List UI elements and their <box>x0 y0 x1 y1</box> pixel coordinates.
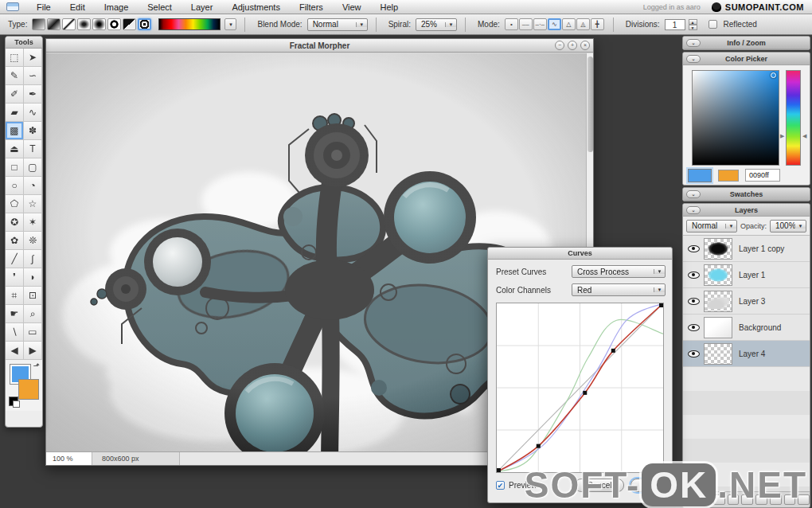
layer-visibility-toggle[interactable] <box>683 245 704 252</box>
swap-colors-icon[interactable]: ⬏ <box>33 361 40 370</box>
layer-row[interactable]: Layer 1 <box>683 262 810 288</box>
layer-row[interactable]: Layer 1 copy <box>683 236 810 262</box>
star-shape-tool[interactable]: ☆ <box>24 195 42 213</box>
picker-background-swatch[interactable] <box>718 170 739 182</box>
preview-checkbox[interactable]: ✔ <box>496 481 505 490</box>
snowflake-shape-tool[interactable]: ❊ <box>24 232 42 250</box>
swatches-header[interactable]: ⌄ Swatches <box>683 188 810 201</box>
panel-toggle-icon[interactable]: ⌄ <box>686 190 701 198</box>
curve-control-point[interactable] <box>497 468 501 472</box>
rectangle-shape-tool[interactable]: □ <box>6 158 24 177</box>
stamp-tool[interactable]: ⏏ <box>6 140 24 158</box>
blend-mode-select[interactable]: Normal ▼ <box>307 18 368 31</box>
menu-view[interactable]: View <box>333 0 371 14</box>
menu-edit[interactable]: Edit <box>61 0 95 14</box>
chalk-tool[interactable]: ▰ <box>6 104 24 122</box>
gradient-preview-strip[interactable] <box>158 18 221 30</box>
circle-gradient-type[interactable] <box>107 18 121 30</box>
mode-triangle-dot[interactable]: ◬ <box>576 18 590 30</box>
color-picker-header[interactable]: ⌄ Color Picker <box>683 53 810 65</box>
linear-gradient-type[interactable] <box>32 18 45 30</box>
spiral-gradient-type[interactable] <box>138 18 151 30</box>
brush-tool[interactable]: ✐ <box>6 85 24 104</box>
text-tool[interactable]: T <box>24 140 42 158</box>
maximize-button[interactable]: + <box>568 41 577 50</box>
ink-brush-tool[interactable]: ✒ <box>24 85 42 104</box>
rounded-rectangle-shape-tool[interactable]: ▢ <box>24 158 42 177</box>
transform-tool[interactable]: ⊡ <box>24 287 42 305</box>
info-zoom-header[interactable]: ⌄ Info / Zoom <box>683 37 810 49</box>
blur-tool[interactable]: ❜ <box>6 268 24 287</box>
panel-toggle-icon[interactable]: ⌄ <box>686 55 701 63</box>
mode-triangle[interactable]: △ <box>562 18 576 30</box>
layer-blend-mode-select[interactable]: Normal ▼ <box>686 220 737 233</box>
crop-tool[interactable]: ⌗ <box>6 287 24 305</box>
curve-tool[interactable]: ∫ <box>24 250 42 268</box>
minimize-button[interactable]: − <box>555 41 564 50</box>
pencil-tool[interactable]: ✎ <box>6 67 24 85</box>
eraser-tool[interactable]: ▭ <box>24 323 42 342</box>
zoom-tool[interactable]: ⌕ <box>24 305 42 323</box>
default-colors-icon[interactable] <box>9 397 18 406</box>
hex-color-input[interactable]: 0090ff <box>745 169 780 182</box>
canvas-titlebar[interactable]: Fractal Morpher − + × <box>46 39 593 53</box>
mode-dash[interactable]: –– <box>519 18 533 30</box>
clone-tool[interactable]: ✽ <box>24 122 42 140</box>
move-tool[interactable]: ➤ <box>24 49 42 67</box>
reflected-gradient-type[interactable] <box>47 18 61 30</box>
mode-zigzag[interactable]: ∿ <box>548 18 561 30</box>
hue-slider-left-icon[interactable]: ▶ <box>780 133 784 139</box>
background-color-swatch[interactable] <box>18 379 39 400</box>
layer-row[interactable]: Background <box>683 315 810 341</box>
layer-visibility-toggle[interactable] <box>683 272 704 279</box>
divisions-stepper[interactable]: ▲ ▼ <box>689 19 697 30</box>
menu-filters[interactable]: Filters <box>290 0 333 14</box>
saturation-brightness-field[interactable] <box>692 70 779 166</box>
layer-visibility-toggle[interactable] <box>683 298 704 305</box>
menu-select[interactable]: Select <box>138 0 182 14</box>
line-tool[interactable]: ╱ <box>6 250 24 268</box>
scrollbar-thumb[interactable] <box>588 57 593 152</box>
zoom-level[interactable]: 100 % <box>46 452 92 465</box>
gradient-tool[interactable]: ▩ <box>6 122 24 140</box>
preset-curves-select[interactable]: Cross Process ▼ <box>572 265 666 278</box>
redo-button[interactable]: ▶ <box>24 342 42 360</box>
layer-visibility-toggle[interactable] <box>683 350 704 358</box>
marquee-tool[interactable]: ⬚ <box>6 49 24 67</box>
brand[interactable]: SUMOPAINT.COM <box>712 2 804 12</box>
curve-graph[interactable] <box>496 303 664 473</box>
panel-toggle-icon[interactable]: ⌄ <box>686 39 701 47</box>
square-gradient-type[interactable] <box>77 18 91 30</box>
menu-help[interactable]: Help <box>371 0 408 14</box>
divisions-input[interactable]: 1 <box>665 19 685 30</box>
flower-shape-tool[interactable]: ✿ <box>6 232 24 250</box>
corner-gradient-type[interactable] <box>123 18 136 30</box>
lasso-tool[interactable]: ∽ <box>24 67 42 85</box>
curve-control-point[interactable] <box>659 303 663 307</box>
curve-control-point[interactable] <box>583 391 587 395</box>
undo-button[interactable]: ◀ <box>6 342 24 360</box>
curves-dialog-title[interactable]: Curves <box>488 248 672 260</box>
menu-image[interactable]: Image <box>95 0 139 14</box>
mode-dash-dot[interactable]: –·– <box>533 18 547 30</box>
dodge-tool[interactable]: ◗ <box>24 268 42 287</box>
mode-dot[interactable]: • <box>505 18 518 30</box>
gradient-picker-dropdown-button[interactable]: ▼ <box>224 18 236 30</box>
hand-tool[interactable]: ☛ <box>6 305 24 323</box>
hue-slider-right-icon[interactable]: ◀ <box>802 133 806 139</box>
layers-header[interactable]: ⌄ Layers <box>683 204 810 217</box>
color-channels-select[interactable]: Red ▼ <box>572 283 666 296</box>
layer-row[interactable]: Layer 3 <box>683 288 810 315</box>
curve-control-point[interactable] <box>537 444 541 448</box>
menu-file[interactable]: File <box>27 0 61 14</box>
layer-row[interactable]: Layer 4 <box>683 341 810 367</box>
hue-slider[interactable] <box>786 70 801 166</box>
pie-shape-tool[interactable]: ◔ <box>24 177 42 195</box>
ellipse-shape-tool[interactable]: ○ <box>6 177 24 195</box>
mode-crosshair[interactable]: ╋ <box>591 18 604 30</box>
curve-control-point[interactable] <box>611 349 615 353</box>
radial-gradient-type[interactable] <box>92 18 106 30</box>
picker-foreground-swatch[interactable] <box>688 169 712 182</box>
menu-adjustments[interactable]: Adjustments <box>222 0 290 14</box>
color-cursor-icon[interactable] <box>771 72 776 78</box>
